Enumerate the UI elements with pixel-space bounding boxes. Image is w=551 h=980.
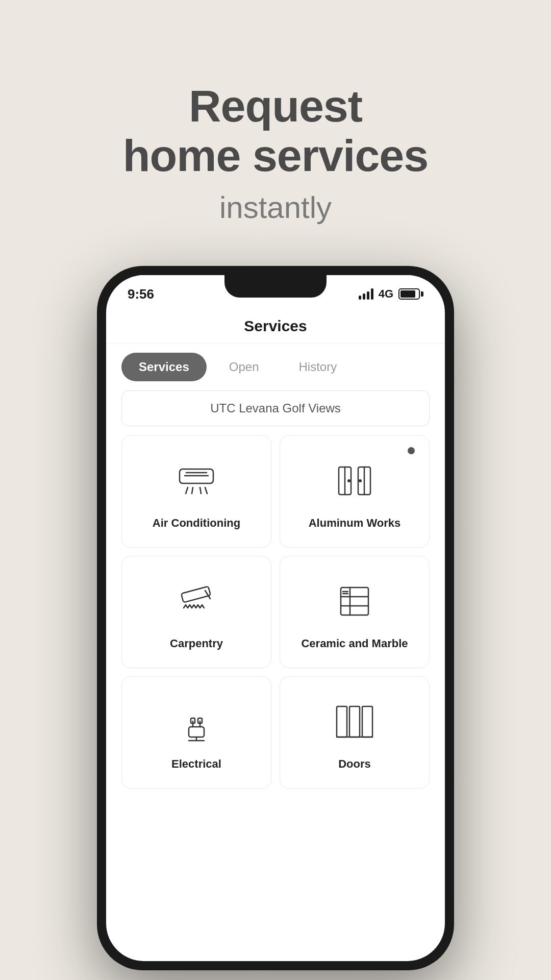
- svg-point-12: [359, 479, 362, 482]
- status-bar: 9:56 4G: [106, 275, 445, 307]
- status-time: 9:56: [128, 286, 154, 302]
- carpentry-icon: [171, 576, 222, 627]
- hero-subtitle: instantly: [123, 190, 429, 225]
- location-text: UTC Levana Golf Views: [210, 401, 341, 415]
- svg-rect-21: [189, 727, 204, 737]
- doors-icon: [329, 696, 380, 747]
- hero-title: Request home services: [123, 82, 429, 181]
- services-grid: Air Conditioning: [106, 435, 445, 789]
- service-card-doors[interactable]: Doors: [280, 676, 430, 789]
- notification-dot: [408, 447, 415, 454]
- svg-line-5: [200, 487, 201, 494]
- ceramic-icon: [329, 576, 380, 627]
- battery-icon: [398, 288, 423, 300]
- svg-rect-29: [349, 706, 360, 737]
- tab-bar: Services Open History: [106, 344, 445, 390]
- hero-section: Request home services instantly: [123, 82, 429, 225]
- tab-open[interactable]: Open: [212, 353, 277, 381]
- service-name-electrical: Electrical: [171, 757, 221, 771]
- phone-screen: 9:56 4G: [106, 275, 445, 961]
- svg-line-3: [186, 487, 188, 494]
- service-name-carpentry: Carpentry: [170, 637, 223, 650]
- app-header: Services: [106, 307, 445, 344]
- svg-line-6: [205, 487, 207, 494]
- location-selector[interactable]: UTC Levana Golf Views: [121, 390, 430, 426]
- air-conditioning-icon: [171, 455, 222, 506]
- electrical-icon: [171, 696, 222, 747]
- app-header-title: Services: [244, 317, 307, 334]
- aluminum-works-icon: [329, 455, 380, 506]
- svg-line-4: [192, 487, 193, 494]
- svg-rect-13: [181, 586, 211, 602]
- service-name-air-conditioning: Air Conditioning: [153, 517, 240, 530]
- status-icons: 4G: [359, 287, 423, 301]
- service-card-ceramic-and-marble[interactable]: Ceramic and Marble: [280, 556, 430, 668]
- phone-frame: 9:56 4G: [97, 266, 454, 970]
- service-card-aluminum-works[interactable]: Aluminum Works: [280, 435, 430, 548]
- service-name-aluminum-works: Aluminum Works: [309, 517, 401, 530]
- service-card-carpentry[interactable]: Carpentry: [121, 556, 271, 668]
- service-name-doors: Doors: [338, 757, 371, 771]
- tab-history[interactable]: History: [281, 353, 354, 381]
- app-content: Services Services Open History U: [106, 307, 445, 961]
- notch: [224, 275, 327, 298]
- phone-mockup: 9:56 4G: [97, 266, 454, 970]
- svg-rect-28: [337, 706, 347, 737]
- service-name-ceramic-and-marble: Ceramic and Marble: [301, 637, 408, 650]
- tab-services[interactable]: Services: [121, 353, 207, 381]
- svg-point-11: [347, 479, 350, 482]
- network-label: 4G: [379, 287, 393, 301]
- svg-rect-30: [362, 706, 372, 737]
- service-card-air-conditioning[interactable]: Air Conditioning: [121, 435, 271, 548]
- signal-icon: [359, 288, 373, 300]
- service-card-electrical[interactable]: Electrical: [121, 676, 271, 789]
